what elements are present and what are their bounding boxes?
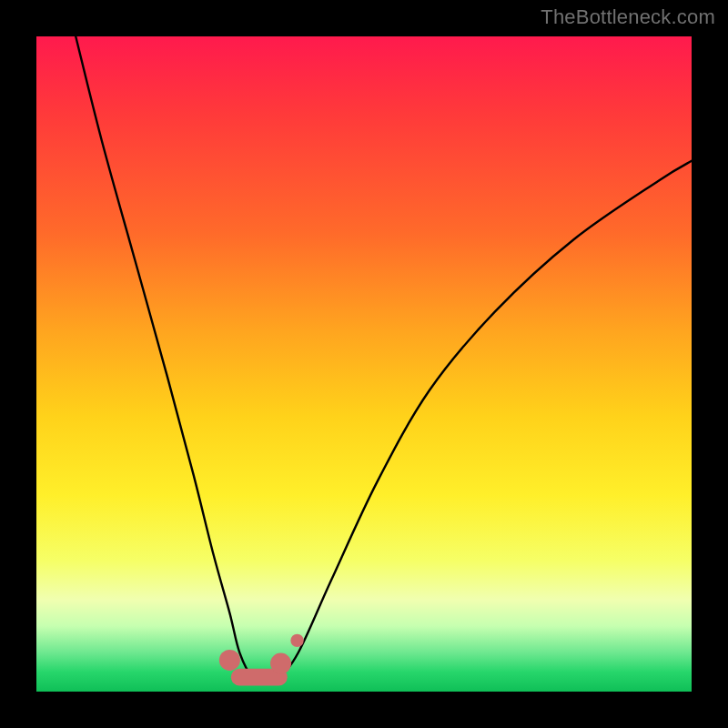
- stray-dot: [290, 634, 303, 647]
- trough-markers: [219, 634, 304, 678]
- trough-left: [219, 650, 240, 671]
- chart-frame: TheBottleneck.com: [0, 0, 728, 728]
- bottleneck-curve: [76, 36, 692, 680]
- curve-path: [76, 36, 692, 680]
- trough-right: [270, 653, 291, 674]
- watermark-text: TheBottleneck.com: [541, 5, 715, 29]
- curve-layer: [36, 36, 692, 692]
